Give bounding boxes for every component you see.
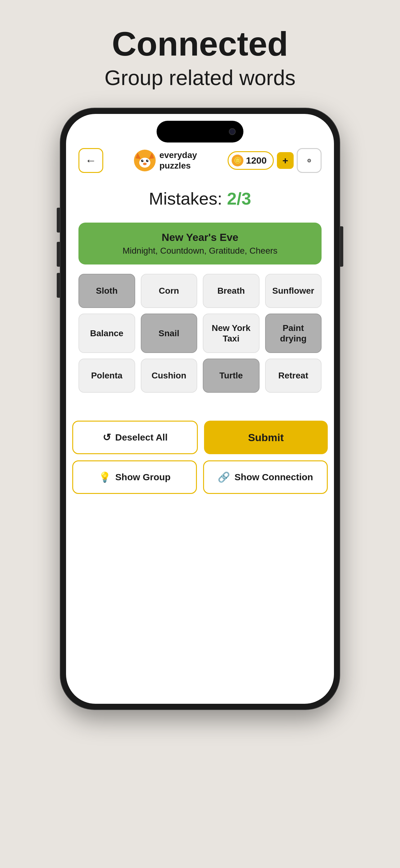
- word-tile[interactable]: Breath: [203, 274, 260, 308]
- add-coins-button[interactable]: +: [277, 152, 294, 169]
- screen-content: ←: [66, 114, 334, 421]
- logo-area: everyday puzzles: [134, 150, 197, 172]
- word-tile[interactable]: Polenta: [78, 359, 135, 393]
- phone-frame: ←: [61, 108, 339, 709]
- header-right: 🪙 1200 + ⚙: [228, 148, 322, 173]
- word-tile[interactable]: Corn: [141, 274, 198, 308]
- word-grid: SlothCornBreathSunflowerBalanceSnailNew …: [78, 274, 322, 393]
- dynamic-island: [157, 121, 243, 143]
- coin-icon: 🪙: [232, 155, 243, 166]
- mistakes-count: 2/3: [227, 189, 251, 208]
- settings-button[interactable]: ⚙: [297, 148, 322, 173]
- solved-group-banner: New Year's Eve Midnight, Countdown, Grat…: [78, 223, 322, 265]
- svg-point-8: [147, 160, 148, 161]
- page-header: Connected Group related words: [104, 25, 296, 90]
- mistakes-label: Mistakes: 2/3: [149, 189, 251, 208]
- deselect-label: Deselect All: [115, 432, 168, 443]
- word-tile[interactable]: Cushion: [141, 359, 198, 393]
- submit-button[interactable]: Submit: [204, 421, 328, 454]
- word-tile[interactable]: Turtle: [203, 359, 260, 393]
- show-group-label: Show Group: [115, 472, 171, 483]
- word-tile[interactable]: Sunflower: [265, 274, 322, 308]
- show-connection-icon: 🔗: [218, 471, 230, 483]
- logo-text: everyday puzzles: [159, 150, 197, 171]
- show-group-button[interactable]: 💡 Show Group: [72, 460, 197, 494]
- camera-dot: [229, 128, 236, 135]
- deselect-icon: ↺: [103, 432, 111, 443]
- word-tile[interactable]: Snail: [141, 314, 198, 353]
- deselect-all-button[interactable]: ↺ Deselect All: [72, 421, 198, 454]
- coins-display: 🪙 1200: [228, 151, 274, 170]
- svg-point-6: [143, 163, 147, 165]
- app-header: ←: [78, 148, 322, 173]
- word-tile[interactable]: Retreat: [265, 359, 322, 393]
- solved-group-words: Midnight, Countdown, Gratitude, Cheers: [88, 246, 312, 256]
- coins-value: 1200: [246, 155, 267, 166]
- bottom-row-1: ↺ Deselect All Submit: [72, 421, 328, 454]
- word-tile[interactable]: Paint drying: [265, 314, 322, 353]
- bottom-row-2: 💡 Show Group 🔗 Show Connection: [72, 460, 328, 494]
- settings-icon: ⚙: [307, 158, 311, 164]
- word-tile[interactable]: Balance: [78, 314, 135, 353]
- show-group-icon: 💡: [99, 471, 111, 483]
- back-button[interactable]: ←: [78, 148, 103, 173]
- show-connection-button[interactable]: 🔗 Show Connection: [203, 460, 328, 494]
- mistakes-section: Mistakes: 2/3: [78, 188, 322, 209]
- phone-screen: ←: [66, 114, 334, 704]
- bottom-buttons: ↺ Deselect All Submit 💡 Show Group 🔗 Sho…: [66, 421, 334, 513]
- svg-point-7: [142, 160, 143, 161]
- show-connection-label: Show Connection: [234, 472, 313, 483]
- submit-label: Submit: [248, 432, 284, 444]
- solved-group-title: New Year's Eve: [88, 231, 312, 243]
- app-logo-icon: [134, 150, 156, 172]
- word-tile[interactable]: Sloth: [78, 274, 135, 308]
- page-title: Connected: [104, 25, 296, 62]
- page-subtitle: Group related words: [104, 65, 296, 90]
- word-tile[interactable]: New York Taxi: [203, 314, 260, 353]
- back-arrow-icon: ←: [85, 154, 96, 167]
